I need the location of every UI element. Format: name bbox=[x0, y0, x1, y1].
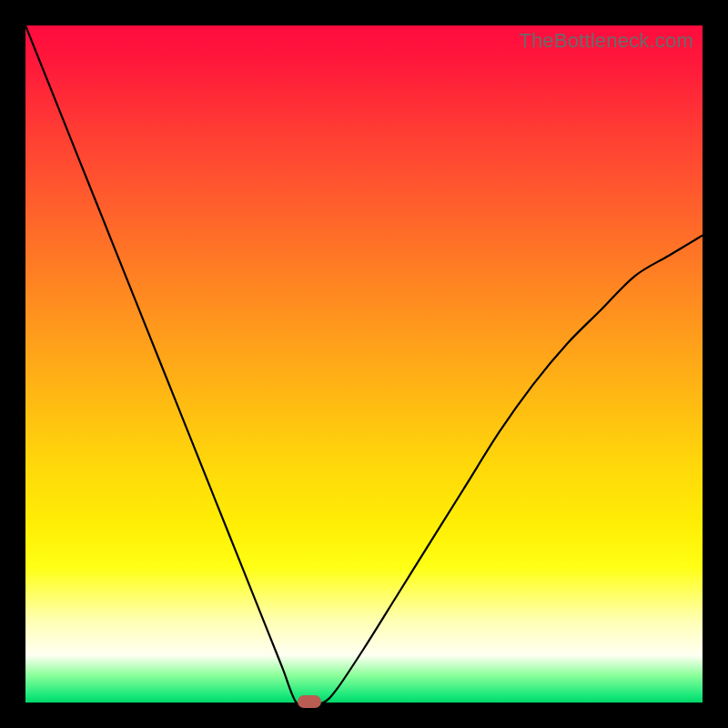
chart-frame: TheBottleneck.com bbox=[0, 0, 728, 728]
bottleneck-curve bbox=[25, 25, 703, 703]
plot-area: TheBottleneck.com bbox=[25, 25, 703, 703]
optimum-marker bbox=[298, 695, 321, 708]
